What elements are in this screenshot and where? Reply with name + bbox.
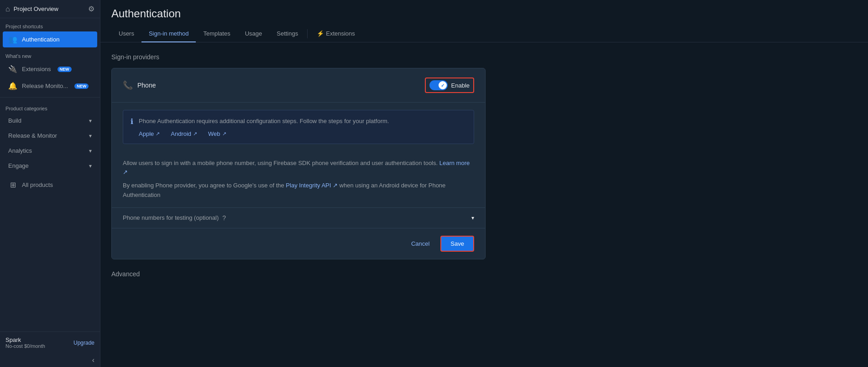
project-name: Project Overview: [14, 5, 58, 12]
phone-testing-label: Phone numbers for testing (optional): [123, 214, 219, 221]
lightning-icon: ⚡: [317, 30, 324, 37]
info-content: Phone Authentication requires additional…: [139, 117, 466, 137]
advanced-section: Advanced: [111, 270, 857, 278]
tab-settings[interactable]: Settings: [269, 26, 305, 42]
authentication-label: Authentication: [22, 36, 59, 43]
sidebar-category-analytics[interactable]: Analytics ▾: [3, 144, 97, 158]
release-monitor-label: Release Monito...: [22, 83, 68, 89]
web-link[interactable]: Web ↗: [208, 130, 226, 137]
grid-icon: ⊞: [8, 181, 17, 189]
whats-new-label: What's new: [0, 48, 100, 61]
sidebar-header: ⌂ Project Overview ⚙: [0, 0, 100, 18]
chevron-down-icon-testing: ▾: [471, 215, 474, 221]
plan-row: Spark No-cost $0/month Upgrade: [5, 336, 94, 349]
shortcuts-label: Project shortcuts: [0, 18, 100, 31]
tab-templates[interactable]: Templates: [196, 26, 237, 42]
info-icon: ℹ: [131, 117, 133, 137]
sidebar-category-engage[interactable]: Engage ▾: [3, 159, 97, 173]
external-icon-learn: ↗: [123, 169, 128, 176]
phone-provider-row: 📞 Phone ✓ Enable: [112, 68, 485, 103]
provider-description: Allow users to sign in with a mobile pho…: [112, 151, 485, 208]
cancel-button[interactable]: Cancel: [406, 237, 435, 251]
sign-in-providers-label: Sign-in providers: [111, 53, 857, 61]
toggle-label: Enable: [451, 82, 470, 89]
toggle-check-icon: ✓: [441, 83, 444, 88]
build-label: Build: [8, 117, 21, 124]
provider-name: Phone: [137, 82, 156, 89]
tab-sign-in-method[interactable]: Sign-in method: [141, 26, 196, 42]
platform-links: Apple ↗ Android ↗ Web ↗: [139, 130, 466, 137]
product-categories-label: Product categories: [0, 100, 100, 113]
chevron-down-icon-analytics: ▾: [89, 148, 92, 154]
play-integrity-link[interactable]: Play Integrity API ↗: [286, 182, 339, 189]
analytics-label: Analytics: [8, 147, 32, 154]
tab-users[interactable]: Users: [111, 26, 141, 42]
chevron-down-icon-engage: ▾: [89, 163, 92, 169]
help-icon[interactable]: ?: [222, 214, 226, 222]
tab-extensions[interactable]: ⚡ Extensions: [309, 26, 362, 42]
page-title: Authentication: [111, 7, 857, 20]
info-text: Phone Authentication requires additional…: [139, 117, 466, 126]
save-button[interactable]: Save: [440, 236, 474, 252]
release-left: Release & Monitor: [8, 132, 57, 139]
external-icon-api: ↗: [333, 182, 338, 189]
sidebar-footer: Spark No-cost $0/month Upgrade: [0, 331, 100, 353]
sidebar-collapse-button[interactable]: ‹: [0, 353, 100, 367]
main-header: Authentication Users Sign-in method Temp…: [100, 0, 868, 42]
desc-part1: Allow users to sign in with a mobile pho…: [123, 160, 438, 166]
phone-testing-row[interactable]: Phone numbers for testing (optional) ? ▾: [112, 208, 485, 228]
main-content-area: Authentication Users Sign-in method Temp…: [100, 0, 868, 367]
toggle-thumb: ✓: [439, 81, 447, 89]
all-products-label: All products: [22, 181, 53, 188]
page-content: Sign-in providers 📞 Phone ✓: [100, 42, 868, 367]
people-icon: 👥: [8, 35, 17, 44]
sidebar: ⌂ Project Overview ⚙ Project shortcuts 👥…: [0, 0, 100, 367]
phone-testing-left: Phone numbers for testing (optional) ?: [123, 214, 226, 222]
advanced-label: Advanced: [111, 270, 140, 278]
new-badge-extensions: NEW: [58, 67, 72, 72]
tab-usage[interactable]: Usage: [238, 26, 270, 42]
sidebar-category-build[interactable]: Build ▾: [3, 114, 97, 128]
project-overview[interactable]: ⌂ Project Overview: [5, 5, 58, 13]
extensions-label: Extensions: [22, 66, 51, 72]
provider-card: 📞 Phone ✓ Enable ℹ: [111, 68, 486, 259]
tabs-bar: Users Sign-in method Templates Usage Set…: [111, 26, 857, 42]
build-left: Build: [8, 117, 21, 124]
provider-left: 📞 Phone: [123, 80, 156, 90]
divider: [0, 97, 100, 98]
chevron-down-icon-build: ▾: [89, 118, 92, 124]
sidebar-item-release-monitor[interactable]: 🔔 Release Monito... NEW: [3, 78, 97, 94]
upgrade-button[interactable]: Upgrade: [73, 340, 94, 346]
tab-divider: [307, 29, 308, 38]
release-monitor-cat-label: Release & Monitor: [8, 132, 57, 139]
sidebar-item-extensions[interactable]: 🔌 Extensions NEW: [3, 61, 97, 77]
toggle-track: ✓: [429, 80, 448, 90]
external-icon-web: ↗: [222, 131, 226, 137]
apple-link[interactable]: Apple ↗: [139, 130, 160, 137]
chevron-down-icon-release: ▾: [89, 133, 92, 139]
new-badge-release: NEW: [74, 83, 89, 89]
external-icon-android: ↗: [193, 131, 197, 137]
info-box: ℹ Phone Authentication requires addition…: [123, 110, 474, 144]
gear-icon[interactable]: ⚙: [88, 5, 94, 13]
analytics-left: Analytics: [8, 147, 32, 154]
android-link[interactable]: Android ↗: [171, 130, 197, 137]
sidebar-item-all-products[interactable]: ⊞ All products: [3, 177, 97, 193]
home-icon: ⌂: [5, 5, 10, 13]
engage-left: Engage: [8, 162, 29, 169]
sidebar-item-authentication[interactable]: 👥 Authentication: [3, 31, 97, 47]
engage-label: Engage: [8, 162, 29, 169]
bell-icon: 🔔: [8, 82, 17, 90]
enable-toggle[interactable]: ✓: [429, 80, 448, 90]
external-icon-apple: ↗: [156, 131, 160, 137]
sidebar-category-release-monitor[interactable]: Release & Monitor ▾: [3, 129, 97, 143]
plan-info: Spark No-cost $0/month: [5, 336, 45, 349]
puzzle-icon: 🔌: [8, 65, 17, 73]
plan-price: No-cost $0/month: [5, 343, 45, 349]
desc-part2: By enabling Phone provider, you agree to…: [123, 182, 284, 189]
phone-icon: 📞: [123, 80, 133, 90]
actions-row: Cancel Save: [112, 228, 485, 259]
enable-toggle-wrapper[interactable]: ✓ Enable: [425, 78, 474, 93]
plan-name: Spark: [5, 336, 45, 343]
